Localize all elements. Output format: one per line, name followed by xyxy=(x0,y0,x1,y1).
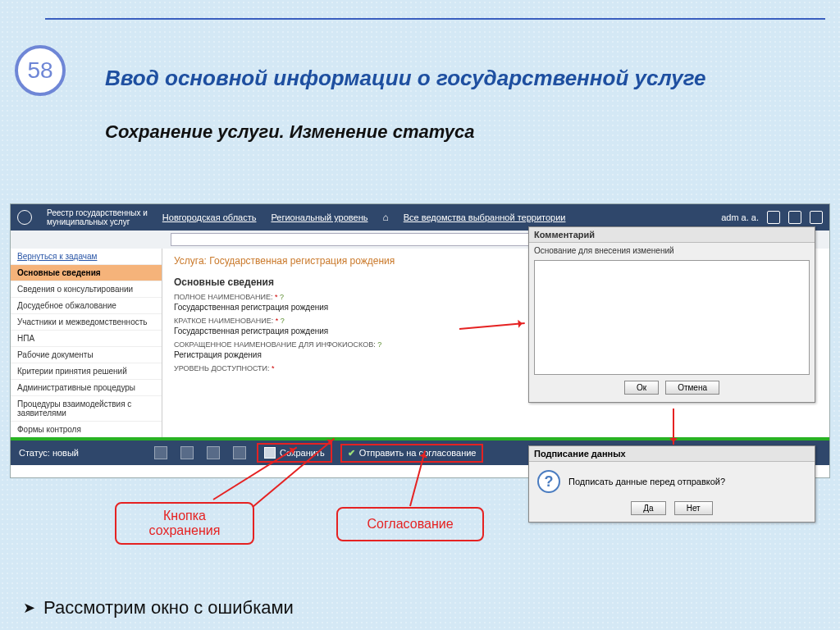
home-icon[interactable]: ⌂ xyxy=(382,212,388,223)
sidebar-item[interactable]: НПА xyxy=(11,331,162,347)
topbar-chat-icon[interactable] xyxy=(767,211,780,224)
comment-cancel-button[interactable]: Отмена xyxy=(665,381,719,395)
slide-subtitle: Сохранение услуги. Изменение статуса xyxy=(105,121,474,143)
search-input[interactable] xyxy=(171,233,532,246)
slide-number-badge: 58 xyxy=(15,45,66,96)
sign-dialog: Подписание данных ? Подписать данные пер… xyxy=(528,445,815,523)
sign-dialog-text: Подписать данные перед отправкой? xyxy=(568,477,725,486)
comment-textarea[interactable] xyxy=(534,260,810,375)
sign-dialog-title: Подписание данных xyxy=(529,446,815,462)
service-name: Государственная регистрация рождения xyxy=(209,255,395,267)
sign-yes-button[interactable]: Да xyxy=(631,501,665,515)
slide-title: Ввод основной информации о государственн… xyxy=(105,66,815,91)
sidebar-item[interactable]: Критерии принятия решений xyxy=(11,363,162,380)
doc-icon[interactable] xyxy=(207,446,220,459)
sign-no-button[interactable]: Нет xyxy=(674,501,713,515)
arrow-down-to-sign xyxy=(673,409,674,445)
sidebar-item[interactable]: Участники и межведомственность xyxy=(11,314,162,331)
sidebar-item[interactable]: Досудебное обжалование xyxy=(11,298,162,314)
app-title: Реестр государственных и муниципальных у… xyxy=(47,208,148,226)
export-icon[interactable] xyxy=(233,446,246,459)
sidebar-back-link[interactable]: Вернуться к задачам xyxy=(11,249,162,265)
floppy-icon xyxy=(264,447,276,459)
print-icon[interactable] xyxy=(154,446,167,459)
sidebar-item[interactable]: Формы контроля xyxy=(11,422,162,438)
top-rule xyxy=(45,18,825,20)
comment-dialog: Комментарий Основание для внесения измен… xyxy=(528,226,815,403)
sidebar-item-main[interactable]: Основные сведения xyxy=(11,265,162,281)
bullet-row: ➤ Рассмотрим окно с ошибками xyxy=(23,597,294,619)
send-approval-button[interactable]: ✔ Отправить на согласование xyxy=(343,446,482,460)
comment-ok-button[interactable]: Ок xyxy=(624,381,659,395)
comment-dialog-title: Комментарий xyxy=(529,227,815,243)
monitor-icon[interactable] xyxy=(180,446,194,459)
topbar-level[interactable]: Региональный уровень xyxy=(271,212,368,222)
sidebar: Вернуться к задачам Основные сведения Св… xyxy=(11,249,162,458)
bullet-text: Рассмотрим окно с ошибками xyxy=(43,597,294,619)
send-button-label: Отправить на согласование xyxy=(359,448,477,458)
topbar-info-icon[interactable] xyxy=(788,211,801,224)
sidebar-item[interactable]: Процедуры взаимодействия с заявителями xyxy=(11,396,162,422)
service-prefix: Услуга: xyxy=(174,255,207,267)
comment-dialog-subtitle: Основание для внесения изменений xyxy=(529,243,815,258)
callout-save: Кнопка сохранения xyxy=(115,502,254,545)
callout-send: Согласование xyxy=(336,507,484,541)
sidebar-item[interactable]: Рабочие документы xyxy=(11,347,162,363)
question-icon: ? xyxy=(537,470,560,493)
sidebar-item[interactable]: Сведения о консультировании xyxy=(11,281,162,298)
sidebar-item[interactable]: Административные процедуры xyxy=(11,380,162,396)
app-emblem-icon xyxy=(17,210,32,225)
status-label: Статус: новый xyxy=(19,448,79,458)
topbar-user: adm а. а. xyxy=(721,212,759,222)
topbar-exit-icon[interactable] xyxy=(810,211,823,224)
check-icon: ✔ xyxy=(348,448,355,459)
topbar-scope[interactable]: Все ведомства выбранной территории xyxy=(404,212,566,222)
topbar-region[interactable]: Новгородская область xyxy=(162,212,257,222)
slide-number: 58 xyxy=(27,57,52,84)
bullet-chevron-icon: ➤ xyxy=(23,599,35,617)
